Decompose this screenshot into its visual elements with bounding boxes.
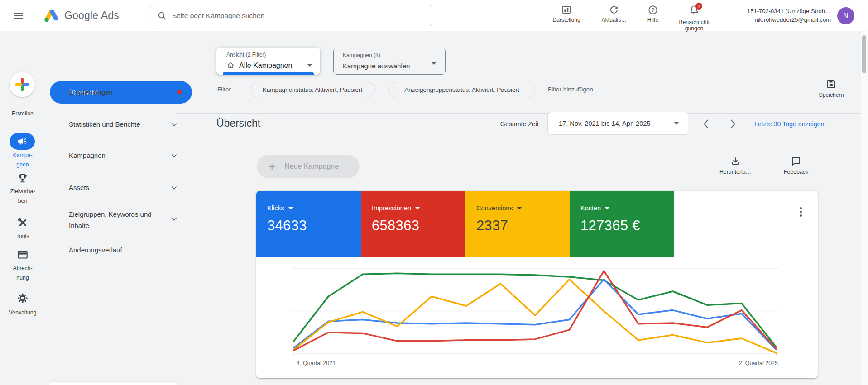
- google-ads-logo[interactable]: Google Ads: [43, 8, 119, 23]
- subnav-item-aenderungsverlauf[interactable]: Änderungsverlauf: [69, 246, 122, 254]
- account-switcher[interactable]: 151-702-0341 (Umzüge Stroh… nik.rohwedde…: [729, 7, 831, 24]
- view-selector-value: Alle Kampagnen: [239, 62, 292, 70]
- prev-period-chevron-icon[interactable]: [703, 119, 709, 129]
- filter-chip-campaign-status[interactable]: Kampagnenstatus: Aktiviert, Pausiert: [250, 82, 375, 97]
- home-icon: [226, 61, 235, 70]
- last-30-days-link[interactable]: Letzte 30 Tage anzeigen: [754, 120, 824, 128]
- x-axis-label-end: 2. Quartal 2025: [687, 360, 778, 366]
- filter-chip-adgroup-status[interactable]: Anzeigengruppenstatus: Aktiviert, Pausie…: [388, 82, 535, 97]
- overview-card: Klicks 34633 Impressionen 658363 Convers…: [256, 191, 818, 378]
- date-range-picker[interactable]: 17. Nov. 2021 bis 14. Apr. 2025: [547, 112, 688, 135]
- subnav-item-statistiken[interactable]: Statistiken und Berichte: [69, 120, 140, 128]
- metric-value: 658363: [372, 218, 465, 234]
- view-selector-caption: Ansicht (2 Filter): [226, 52, 266, 58]
- chevron-down-icon[interactable]: [171, 217, 177, 221]
- chart-presentation-icon: [561, 5, 572, 15]
- save-icon: [826, 78, 837, 89]
- hamburger-menu-button[interactable]: [13, 10, 24, 23]
- brand-name: Google Ads: [64, 10, 119, 22]
- caret-icon: [432, 62, 436, 65]
- megaphone-icon: [16, 136, 28, 147]
- metric-card-impressionen[interactable]: Impressionen 658363: [361, 191, 465, 257]
- feedback-icon: [791, 156, 801, 167]
- next-period-chevron-icon[interactable]: [730, 119, 736, 129]
- nav-rail: Erstellen Kampa- gnen Zielvorha- ben: [0, 31, 45, 385]
- refresh-icon: [609, 5, 619, 15]
- create-button[interactable]: [10, 72, 35, 97]
- add-filter-button[interactable]: Filter hinzufügen: [548, 86, 593, 93]
- new-campaign-button[interactable]: + Neue Kampagne: [257, 155, 360, 178]
- metric-card-kosten[interactable]: Kosten 127365 €: [570, 191, 674, 257]
- card-overflow-menu[interactable]: [798, 205, 804, 219]
- overview-chart-svg: [292, 266, 778, 359]
- rail-item-kampagnen[interactable]: [10, 133, 35, 150]
- caret-icon: [674, 122, 679, 124]
- metric-value: 34633: [267, 218, 361, 234]
- rail-kampagnen-label: Kampa- gnen: [0, 151, 45, 170]
- google-ads-app: Google Ads Darstellung Aktualis… ?: [0, 0, 868, 385]
- search-input[interactable]: [172, 12, 425, 20]
- caret-icon: [415, 207, 420, 209]
- rail-item-abrechnung[interactable]: [17, 249, 29, 262]
- global-search: [150, 5, 432, 26]
- notifications-button[interactable]: ! Benachrichti gungen: [671, 5, 718, 32]
- rail-item-zielvorhaben[interactable]: [17, 172, 29, 186]
- scrollbar-track: [861, 31, 868, 385]
- subnav-item-zielgruppen[interactable]: Zielgruppen, Keywords und Inhalte: [69, 209, 168, 231]
- campaign-selector[interactable]: Kampagnen (8) Kampagne auswählen: [333, 48, 446, 75]
- recommendations-dot: [177, 90, 182, 94]
- date-scope-label: Gesamte Zeit: [471, 120, 539, 128]
- rail-create-label: Erstellen: [0, 109, 45, 119]
- peeking-panel: [49, 382, 177, 385]
- trophy-icon: [17, 172, 29, 184]
- filter-label: Filter: [217, 86, 231, 93]
- rail-verwaltung-label: Verwaltung: [0, 308, 45, 318]
- topbar: Google Ads Darstellung Aktualis… ?: [0, 0, 868, 31]
- rail-zielvorhaben-label: Zielvorha- ben: [0, 187, 45, 206]
- save-button[interactable]: Speichern: [813, 78, 849, 98]
- page-title: Übersicht: [216, 117, 260, 129]
- campaign-selector-caption: Kampagnen (8): [343, 52, 380, 58]
- caret-icon: [517, 207, 522, 209]
- chevron-down-icon[interactable]: [171, 154, 177, 158]
- caret-icon: [605, 207, 609, 209]
- download-button[interactable]: Herunterla…: [715, 156, 756, 175]
- subnav: Übersicht: [45, 31, 195, 385]
- search-icon: [158, 11, 167, 20]
- notification-badge: !: [695, 2, 703, 10]
- refresh-button[interactable]: Aktualis…: [596, 5, 632, 23]
- view-selector[interactable]: Ansicht (2 Filter) Alle Kampagnen: [216, 48, 320, 75]
- metric-card-klicks[interactable]: Klicks 34633: [256, 191, 361, 257]
- date-range-value: 17. Nov. 2021 bis 14. Apr. 2025: [559, 120, 674, 127]
- rail-item-tools[interactable]: [17, 217, 29, 230]
- account-email: nik.rohwedder25@gmail.com: [729, 15, 831, 24]
- hamburger-icon: [13, 10, 24, 21]
- account-id: 151-702-0341 (Umzüge Stroh…: [729, 7, 831, 15]
- chevron-down-icon[interactable]: [171, 123, 177, 127]
- credit-card-icon: [17, 249, 29, 261]
- subnav-item-kampagnen[interactable]: Kampagnen: [69, 152, 106, 159]
- appearance-button[interactable]: Darstellung: [546, 5, 587, 23]
- plus-icon: +: [269, 161, 275, 172]
- rail-tools-label: Tools: [0, 232, 45, 241]
- subnav-item-assets[interactable]: Assets: [69, 184, 89, 191]
- download-icon: [730, 156, 741, 167]
- chevron-down-icon[interactable]: [171, 186, 177, 190]
- svg-text:?: ?: [651, 7, 654, 13]
- x-axis-label-start: 4. Quartal 2021: [297, 360, 336, 366]
- caret-icon: [288, 207, 293, 209]
- caret-icon: [307, 64, 312, 67]
- feedback-button[interactable]: Feedback: [776, 156, 816, 175]
- rail-abrechnung-label: Abrech- nung: [0, 264, 45, 283]
- metric-value: 2337: [476, 218, 570, 234]
- scrollbar-thumb[interactable]: [862, 35, 866, 73]
- gear-icon: [17, 292, 29, 304]
- metric-card-conversions[interactable]: Conversions 2337: [465, 191, 570, 257]
- active-tab-indicator: [223, 72, 314, 75]
- subnav-item-empfehlungen[interactable]: Empfehlungen: [69, 88, 113, 96]
- tools-icon: [17, 217, 29, 228]
- help-button[interactable]: ? Hilfe: [639, 5, 667, 23]
- campaign-selector-value: Kampagne auswählen: [343, 62, 410, 70]
- avatar[interactable]: N: [837, 7, 854, 24]
- rail-item-verwaltung[interactable]: [17, 292, 29, 306]
